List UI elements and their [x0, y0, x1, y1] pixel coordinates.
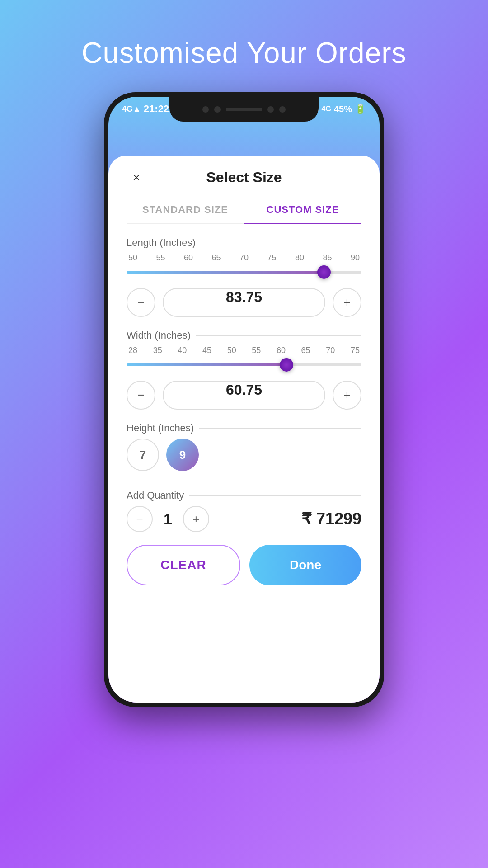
quantity-label: Add Quantity: [127, 490, 361, 501]
quantity-decrease-button[interactable]: −: [127, 506, 153, 532]
width-fill: [127, 363, 286, 366]
quantity-controls: − 1 +: [127, 506, 209, 532]
quantity-increase-button[interactable]: +: [183, 506, 209, 532]
height-option-7[interactable]: 7: [127, 439, 159, 471]
height-label: Height (Inches): [127, 422, 361, 434]
tab-standard[interactable]: STANDARD SIZE: [127, 197, 244, 223]
height-options: 7 9: [127, 439, 361, 471]
length-ticks: 50 55 60 65 70 75 80 85 90: [127, 253, 361, 263]
quantity-value: 1: [164, 510, 172, 528]
notch-dot-2: [214, 106, 221, 113]
length-increase-button[interactable]: +: [333, 288, 361, 317]
quantity-row: − 1 + ₹ 71299: [127, 506, 361, 532]
height-option-9[interactable]: 9: [166, 439, 199, 471]
close-button[interactable]: ×: [127, 168, 146, 188]
width-slider[interactable]: [127, 358, 361, 372]
width-label: Width (Inches): [127, 330, 361, 341]
page-title: Customised Your Orders: [81, 36, 406, 70]
width-decrease-button[interactable]: −: [127, 381, 155, 410]
notch-dot-3: [267, 106, 274, 113]
length-fill: [127, 271, 324, 274]
divider: [127, 484, 361, 484]
length-thumb[interactable]: [317, 265, 331, 279]
phone-outer: 4G▲ 21:22 ▶ 🔔 📞 💬 ••• ⏰ Vo LTE 4G 45% 🔋: [104, 92, 384, 707]
length-input[interactable]: 83.75: [163, 288, 325, 317]
notch-dot-4: [279, 106, 286, 113]
length-decrease-button[interactable]: −: [127, 288, 155, 317]
clear-button[interactable]: CLEAR: [127, 545, 240, 585]
done-button[interactable]: Done: [249, 545, 361, 585]
length-value-row: − 83.75 +: [127, 288, 361, 317]
battery-percent: 45%: [334, 104, 352, 114]
tab-custom[interactable]: CUSTOM SIZE: [244, 197, 361, 224]
modal-header: × Select Size: [127, 169, 361, 186]
width-increase-button[interactable]: +: [333, 381, 361, 410]
price-display: ₹ 71299: [301, 509, 361, 528]
width-input[interactable]: 60.75: [163, 381, 325, 410]
phone-wrapper: 4G▲ 21:22 ▶ 🔔 📞 💬 ••• ⏰ Vo LTE 4G 45% 🔋: [104, 92, 384, 807]
width-ticks: 28 35 40 45 50 55 60 65 70 75: [127, 346, 361, 355]
notch-speaker: [226, 108, 262, 111]
battery-icon: 🔋: [355, 104, 366, 114]
length-slider[interactable]: [127, 265, 361, 279]
length-label: Length (Inches): [127, 237, 361, 249]
notch-dot-1: [202, 106, 209, 113]
notch: [169, 97, 319, 122]
phone-screen: 4G▲ 21:22 ▶ 🔔 📞 💬 ••• ⏰ Vo LTE 4G 45% 🔋: [108, 97, 380, 703]
width-value-row: − 60.75 +: [127, 381, 361, 410]
tabs-container: STANDARD SIZE CUSTOM SIZE: [127, 197, 361, 224]
modal-sheet: × Select Size STANDARD SIZE CUSTOM SIZE …: [108, 156, 380, 703]
action-row: CLEAR Done: [127, 545, 361, 585]
status-time: 21:22: [144, 103, 169, 115]
modal-title: Select Size: [206, 169, 282, 186]
width-thumb[interactable]: [280, 358, 293, 372]
network-icon: 4G▲: [122, 104, 141, 114]
